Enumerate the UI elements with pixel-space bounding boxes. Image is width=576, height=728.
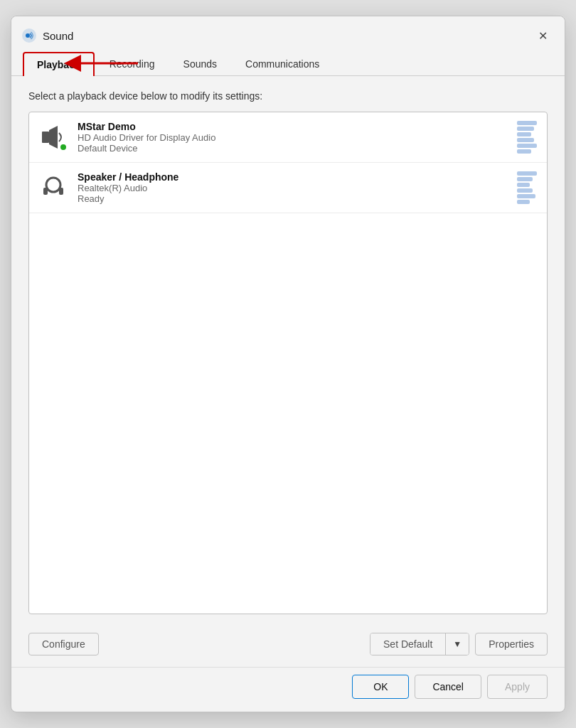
device-icon-speaker xyxy=(39,173,68,202)
svg-rect-8 xyxy=(59,188,63,195)
svg-rect-7 xyxy=(43,188,48,195)
device-item-speaker[interactable]: Speaker / Headphone Realtek(R) Audio Rea… xyxy=(29,163,547,213)
device-list[interactable]: MStar Demo HD Audio Driver for Display A… xyxy=(28,112,548,614)
dialog-title: Sound xyxy=(43,30,532,42)
properties-button[interactable]: Properties xyxy=(475,633,548,655)
level-bars-speaker xyxy=(517,171,537,204)
annotation-arrow xyxy=(60,49,145,76)
device-info-speaker: Speaker / Headphone Realtek(R) Audio Rea… xyxy=(78,171,508,204)
footer: OK Cancel Apply xyxy=(11,667,565,712)
tab-sounds[interactable]: Sounds xyxy=(170,52,230,75)
set-default-group: Set Default ▼ xyxy=(370,633,469,655)
svg-point-1 xyxy=(26,33,30,38)
set-default-button[interactable]: Set Default xyxy=(370,633,446,655)
content-area: Select a playback device below to modify… xyxy=(11,76,565,626)
configure-button[interactable]: Configure xyxy=(28,633,99,655)
device-status-speaker: Ready xyxy=(78,193,508,204)
device-driver-speaker: Realtek(R) Audio xyxy=(78,183,508,193)
title-bar: Sound ✕ xyxy=(11,16,565,52)
instructions-text: Select a playback device below to modify… xyxy=(28,90,548,102)
status-dot-green xyxy=(59,143,68,151)
action-buttons: Configure Set Default ▼ Properties xyxy=(11,626,565,667)
svg-point-6 xyxy=(46,178,60,192)
device-item-mstar[interactable]: MStar Demo HD Audio Driver for Display A… xyxy=(29,112,547,163)
device-icon-mstar xyxy=(39,123,68,151)
level-bars-mstar xyxy=(517,121,537,154)
ok-button[interactable]: OK xyxy=(352,675,409,699)
svg-rect-4 xyxy=(42,132,49,143)
set-default-dropdown[interactable]: ▼ xyxy=(446,633,469,655)
close-button[interactable]: ✕ xyxy=(532,25,553,46)
device-name-mstar: MStar Demo xyxy=(78,121,508,132)
device-status-mstar: Default Device xyxy=(78,143,508,154)
device-name-speaker: Speaker / Headphone xyxy=(78,171,508,183)
cancel-button[interactable]: Cancel xyxy=(415,675,481,699)
sound-icon xyxy=(21,28,37,43)
svg-marker-5 xyxy=(49,126,58,149)
device-driver-mstar: HD Audio Driver for Display Audio xyxy=(78,132,508,143)
sound-dialog: Sound ✕ Playback Recording Sounds Commun… xyxy=(11,16,565,712)
apply-button[interactable]: Apply xyxy=(487,675,548,699)
tab-communications[interactable]: Communications xyxy=(232,52,333,75)
headphone-icon xyxy=(41,175,66,200)
device-info-mstar: MStar Demo HD Audio Driver for Display A… xyxy=(78,121,508,154)
